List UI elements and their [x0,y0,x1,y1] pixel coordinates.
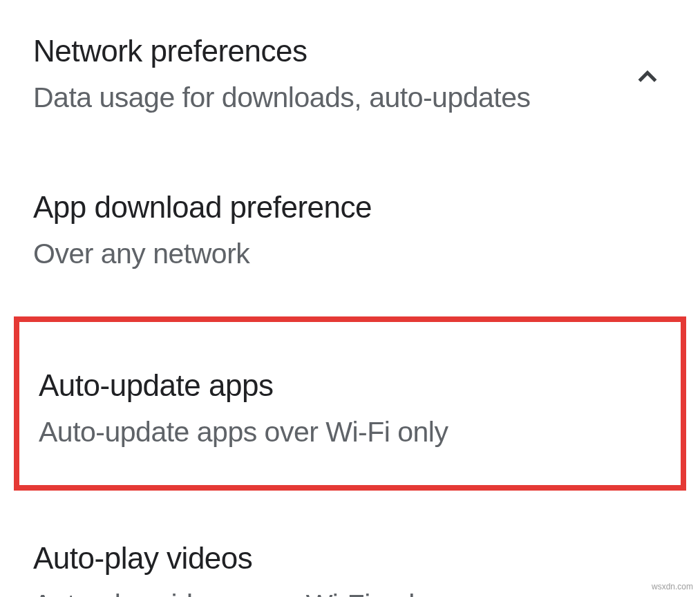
setting-app-download-preference[interactable]: App download preference Over any network [0,189,700,271]
section-subtitle: Data usage for downloads, auto-updates [33,81,631,115]
header-text-group: Network preferences Data usage for downl… [33,33,631,115]
setting-title: Auto-update apps [39,368,661,404]
section-title: Network preferences [33,33,631,70]
chevron-up-icon [631,61,664,94]
setting-auto-play-videos[interactable]: Auto-play videos Auto-play videos over W… [0,540,700,597]
setting-value: Auto-update apps over Wi-Fi only [39,415,661,449]
setting-auto-update-apps[interactable]: Auto-update apps Auto-update apps over W… [14,316,686,491]
collapse-toggle[interactable] [631,33,667,94]
setting-value: Over any network [33,237,667,271]
setting-title: Auto-play videos [33,540,667,577]
setting-title: App download preference [33,189,667,226]
settings-container: Network preferences Data usage for downl… [0,0,700,597]
network-preferences-header[interactable]: Network preferences Data usage for downl… [0,0,700,115]
setting-value: Auto-play videos over Wi-Fi only [33,588,667,597]
watermark: wsxdn.com [652,582,693,591]
